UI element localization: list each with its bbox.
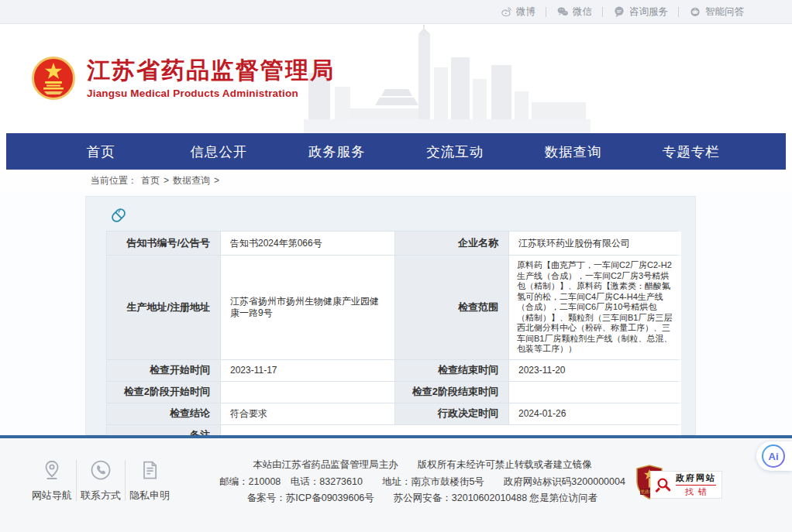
table-label-notice-number: 告知书编号/公告号 — [107, 232, 220, 255]
inspection-detail-table: 告知书编号/公告号 告知书2024年第066号 企业名称 江苏联环药业股份有限公… — [106, 231, 678, 446]
table-label-inspection-start: 检查开始时间 — [107, 360, 220, 381]
footer-line-icp: 备案号：苏ICP备09039606号 苏公网安备：32010602010488 … — [219, 490, 625, 507]
breadcrumb-home-link[interactable]: 首页 — [141, 174, 160, 187]
footer-link-privacy[interactable]: 隐私申明 — [126, 458, 174, 503]
wechat-label: 微信 — [573, 5, 592, 19]
topbar-divider — [546, 7, 546, 17]
nav-item-data-query[interactable]: 数据查询 — [514, 142, 632, 161]
site-subtitle: Jiangsu Medical Products Administration — [87, 88, 335, 99]
ai-assistant-label: Ai — [763, 446, 783, 466]
site-map-pin-icon — [40, 458, 64, 482]
capsule-pill-icon — [106, 203, 131, 228]
table-value-inspection-start: 2023-11-17 — [221, 360, 394, 381]
footer-link-label: 联系方式 — [81, 489, 121, 503]
footer-link-contact[interactable]: 联系方式 — [77, 458, 125, 503]
brand-block: 江苏省药品监督管理局 Jiangsu Medical Products Admi… — [87, 57, 335, 99]
topbar-divider — [678, 7, 679, 17]
footer-link-label: 隐私申明 — [129, 489, 170, 503]
nav-item-special-topics[interactable]: 专题专栏 — [632, 142, 750, 161]
find-error-badge-text: 政府网站 找错 — [676, 472, 716, 498]
main-nav: 首页 信息公开 政务服务 交流互动 数据查询 专题专栏 — [6, 133, 786, 170]
wechat-icon — [556, 5, 569, 18]
inspection-detail-card: 告知书编号/公告号 告知书2024年第066号 企业名称 江苏联环药业股份有限公… — [85, 196, 696, 435]
footer-link-site-map[interactable]: 网站导航 — [28, 458, 76, 503]
weibo-label: 微博 — [516, 5, 535, 19]
table-value-phase2-end — [509, 382, 681, 403]
privacy-doc-icon — [139, 458, 160, 482]
consult-service-link[interactable]: 咨询服务 — [613, 5, 668, 19]
breadcrumb-separator: > — [164, 175, 169, 186]
footer-line-host: 本站由江苏省药品监督管理局主办 版权所有未经许可禁止转载或者建立镜像 — [219, 457, 625, 474]
content-area: 告知书编号/公告号 告知书2024年第066号 企业名称 江苏联环药业股份有限公… — [0, 191, 792, 435]
smart-qa-label: 智能问答 — [705, 5, 744, 19]
weibo-link[interactable]: 微博 — [501, 5, 535, 19]
site-title: 江苏省药品监督管理局 — [87, 57, 335, 84]
site-footer: 网站导航 联系方式 隐私申明 本站由江苏省药品监督管理 — [0, 435, 792, 532]
national-emblem-logo — [31, 56, 76, 101]
find-error-badge-line1: 政府网站 — [676, 472, 716, 486]
ai-assistant-ring: Ai — [762, 444, 785, 468]
breadcrumb-data-query-link[interactable]: 数据查询 — [173, 174, 210, 187]
top-utility-bar: 微博 微信 咨询服务 智能问答 — [0, 0, 792, 24]
gov-site-error-report-badge[interactable]: 政府网站 找错 — [650, 471, 722, 499]
find-error-magnifier-icon — [654, 475, 673, 494]
table-value-inspection-end: 2023-11-20 — [509, 360, 681, 381]
table-label-inspection-scope: 检查范围 — [395, 256, 508, 359]
footer-quick-links: 网站导航 联系方式 隐私申明 — [28, 458, 174, 503]
site-header: 江苏省药品监督管理局 Jiangsu Medical Products Admi… — [0, 24, 792, 133]
weibo-icon — [501, 6, 512, 18]
table-label-conclusion: 检查结论 — [107, 403, 220, 424]
city-skyline-graphic — [304, 25, 591, 133]
table-label-phase2-end: 检查2阶段结束时间 — [395, 382, 508, 403]
ai-assistant-button[interactable]: Ai — [756, 441, 792, 471]
table-label-inspection-end: 检查结束时间 — [395, 360, 508, 381]
nav-item-interaction[interactable]: 交流互动 — [396, 142, 514, 161]
table-value-phase2-start — [221, 382, 394, 403]
nav-item-gov-services[interactable]: 政务服务 — [278, 142, 396, 161]
qa-robot-icon — [689, 5, 701, 18]
footer-link-label: 网站导航 — [32, 489, 72, 503]
consult-icon — [613, 5, 625, 18]
breadcrumb-prefix: 当前位置： — [91, 174, 137, 187]
table-value-address: 江苏省扬州市扬州生物健康产业园健康一路9号 — [221, 256, 394, 359]
table-label-address: 生产地址/注册地址 — [107, 256, 220, 359]
breadcrumb-separator: > — [214, 175, 219, 186]
consult-label: 咨询服务 — [629, 5, 668, 19]
breadcrumb: 当前位置： 首页 > 数据查询 > — [0, 170, 792, 191]
table-label-phase2-start: 检查2阶段开始时间 — [107, 382, 220, 403]
table-value-decision-date: 2024-01-26 — [509, 403, 681, 424]
footer-legal-text: 本站由江苏省药品监督管理局主办 版权所有未经许可禁止转载或者建立镜像 邮编：21… — [219, 457, 625, 507]
table-value-conclusion: 符合要求 — [221, 403, 394, 424]
table-value-company-name: 江苏联环药业股份有限公司 — [509, 232, 681, 255]
table-value-inspection-scope: 原料药【曲克芦丁，一车间C2厂房C2-H2生产线（合成），一车间C2厂房3号精烘… — [509, 256, 681, 359]
smart-qa-link[interactable]: 智能问答 — [689, 5, 744, 19]
table-value-notice-number: 告知书2024年第066号 — [221, 232, 394, 255]
wechat-link[interactable]: 微信 — [556, 5, 592, 19]
topbar-divider — [602, 7, 603, 17]
find-error-badge-line2: 找错 — [680, 486, 711, 498]
table-label-company-name: 企业名称 — [395, 232, 508, 255]
table-label-decision-date: 行政决定时间 — [395, 403, 508, 424]
contact-phone-icon — [89, 458, 112, 482]
page: 微博 微信 咨询服务 智能问答 — [0, 0, 792, 532]
nav-item-info-disclosure[interactable]: 信息公开 — [160, 142, 277, 161]
nav-item-home[interactable]: 首页 — [42, 142, 160, 161]
footer-line-contact: 邮编：210008 电话：83273610 地址：南京市鼓楼街5号 政府网站标识… — [219, 474, 625, 491]
